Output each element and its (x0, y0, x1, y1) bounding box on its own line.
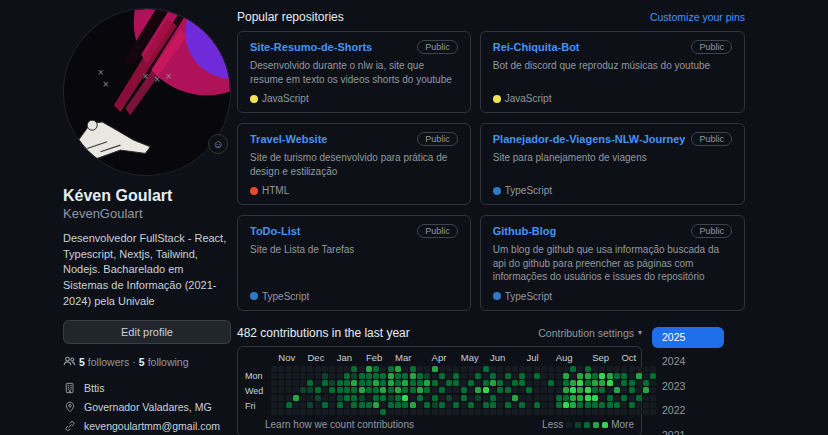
contribution-cell[interactable] (643, 395, 649, 401)
contribution-cell[interactable] (592, 402, 598, 408)
contribution-cell[interactable] (541, 373, 547, 379)
contribution-cell[interactable] (366, 395, 372, 401)
contribution-cell[interactable] (592, 380, 598, 386)
contribution-cell[interactable] (344, 373, 350, 379)
contribution-cell[interactable] (402, 380, 408, 386)
contribution-cell[interactable] (636, 380, 642, 386)
contribution-cell[interactable] (490, 380, 496, 386)
contribution-cell[interactable] (439, 409, 445, 415)
year-nav-item[interactable]: 2023 (652, 376, 724, 398)
contribution-cell[interactable] (446, 373, 452, 379)
contribution-cell[interactable] (490, 409, 496, 415)
repo-name-link[interactable]: Github-Blog (493, 225, 557, 237)
contribution-cell[interactable] (505, 409, 511, 415)
contribution-cell[interactable] (278, 366, 284, 372)
contribution-cell[interactable] (424, 380, 430, 386)
contribution-cell[interactable] (512, 387, 518, 393)
contribution-cell[interactable] (483, 402, 489, 408)
contribution-cell[interactable] (293, 395, 299, 401)
contribution-cell[interactable] (359, 380, 365, 386)
contribution-cell[interactable] (541, 366, 547, 372)
contribution-cell[interactable] (577, 366, 583, 372)
edit-profile-button[interactable]: Edit profile (63, 320, 231, 344)
contribution-cell[interactable] (643, 373, 649, 379)
contribution-cell[interactable] (271, 373, 277, 379)
contribution-cell[interactable] (636, 387, 642, 393)
contribution-cell[interactable] (286, 387, 292, 393)
contribution-cell[interactable] (322, 409, 328, 415)
contribution-cell[interactable] (322, 387, 328, 393)
repo-name-link[interactable]: Rei-Chiquita-Bot (493, 41, 580, 53)
contribution-cell[interactable] (526, 409, 532, 415)
contribution-cell[interactable] (512, 402, 518, 408)
contribution-cell[interactable] (432, 409, 438, 415)
repo-name-link[interactable]: Planejador-de-Viagens-NLW-Journey (493, 133, 686, 145)
contribution-cell[interactable] (599, 387, 605, 393)
contribution-cell[interactable] (344, 387, 350, 393)
contribution-cell[interactable] (380, 380, 386, 386)
contribution-cell[interactable] (373, 380, 379, 386)
contribution-cell[interactable] (475, 409, 481, 415)
contribution-cell[interactable] (526, 380, 532, 386)
contribution-cell[interactable] (388, 380, 394, 386)
contribution-cell[interactable] (329, 380, 335, 386)
contribution-cell[interactable] (512, 380, 518, 386)
contribution-cell[interactable] (490, 395, 496, 401)
contribution-cell[interactable] (643, 402, 649, 408)
contribution-cell[interactable] (607, 366, 613, 372)
contribution-cell[interactable] (300, 366, 306, 372)
contribution-cell[interactable] (548, 373, 554, 379)
contribution-cell[interactable] (599, 395, 605, 401)
contribution-cell[interactable] (395, 366, 401, 372)
contribution-cell[interactable] (439, 387, 445, 393)
contribution-cell[interactable] (373, 402, 379, 408)
year-nav-item[interactable]: 2025 (652, 327, 724, 349)
contribution-cell[interactable] (577, 395, 583, 401)
contribution-cell[interactable] (461, 402, 467, 408)
contribution-cell[interactable] (468, 380, 474, 386)
repo-name-link[interactable]: Site-Resumo-de-Shorts (250, 41, 372, 53)
contribution-cell[interactable] (548, 387, 554, 393)
contribution-cell[interactable] (402, 402, 408, 408)
contribution-cell[interactable] (475, 387, 481, 393)
contribution-cell[interactable] (351, 409, 357, 415)
contribution-cell[interactable] (505, 402, 511, 408)
contribution-cell[interactable] (621, 366, 627, 372)
contribution-cell[interactable] (526, 387, 532, 393)
contribution-cell[interactable] (432, 387, 438, 393)
contribution-cell[interactable] (497, 380, 503, 386)
contribution-cell[interactable] (344, 409, 350, 415)
contribution-cell[interactable] (526, 373, 532, 379)
contribution-cell[interactable] (395, 409, 401, 415)
contribution-cell[interactable] (388, 395, 394, 401)
contribution-cell[interactable] (497, 409, 503, 415)
contribution-cell[interactable] (417, 409, 423, 415)
contribution-cell[interactable] (322, 402, 328, 408)
contribution-cell[interactable] (366, 373, 372, 379)
contribution-cell[interactable] (497, 402, 503, 408)
contribution-cell[interactable] (483, 366, 489, 372)
contribution-cell[interactable] (395, 387, 401, 393)
contribution-cell[interactable] (307, 366, 313, 372)
contribution-cell[interactable] (570, 366, 576, 372)
contribution-cell[interactable] (315, 387, 321, 393)
contribution-cell[interactable] (300, 387, 306, 393)
contribution-cell[interactable] (563, 380, 569, 386)
contribution-cell[interactable] (337, 366, 343, 372)
contribution-cell[interactable] (286, 366, 292, 372)
contribution-cell[interactable] (621, 402, 627, 408)
contribution-cell[interactable] (453, 395, 459, 401)
contribution-cell[interactable] (322, 366, 328, 372)
contribution-cell[interactable] (432, 373, 438, 379)
contribution-cell[interactable] (380, 366, 386, 372)
contribution-cell[interactable] (468, 409, 474, 415)
contribution-cell[interactable] (577, 402, 583, 408)
contribution-cell[interactable] (329, 373, 335, 379)
contribution-cell[interactable] (424, 366, 430, 372)
contribution-cell[interactable] (483, 387, 489, 393)
contribution-cell[interactable] (446, 409, 452, 415)
contribution-cell[interactable] (446, 402, 452, 408)
contribution-cell[interactable] (315, 366, 321, 372)
contribution-cell[interactable] (395, 402, 401, 408)
contribution-cell[interactable] (432, 402, 438, 408)
